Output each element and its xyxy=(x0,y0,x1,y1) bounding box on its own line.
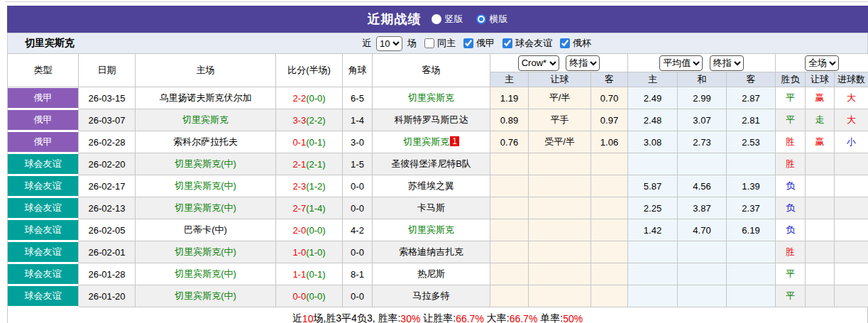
odds-handicap xyxy=(529,153,591,175)
average-group-header: 平均值 终指 xyxy=(628,54,776,72)
league2-checkbox[interactable] xyxy=(502,38,512,48)
score-cell: 2-3(1-2) xyxy=(276,175,343,197)
games-label: 场 xyxy=(407,37,417,50)
summary-part: 66.7% xyxy=(456,313,484,323)
summary-part: 50% xyxy=(563,313,583,323)
corner-cell: 4-2 xyxy=(343,219,373,241)
odds-away: 0.70 xyxy=(591,87,628,109)
away-team: 切里宾斯克 xyxy=(373,87,490,109)
match-count-select[interactable]: 10 xyxy=(376,36,402,51)
summary-part: 近 xyxy=(292,312,302,323)
corner-cell: 6-5 xyxy=(343,87,373,109)
league1-checkbox[interactable] xyxy=(463,38,473,48)
sub-header-let: 让球 xyxy=(806,72,835,87)
odds-home xyxy=(490,241,529,263)
league-badge-cell: 球会友谊 xyxy=(8,263,79,285)
radio-vertical-label: 竖版 xyxy=(445,13,463,26)
match-date: 26-03-15 xyxy=(79,87,136,109)
avg-draw: 2.73 xyxy=(678,131,727,153)
result-cell: 胜 xyxy=(776,131,806,153)
league-badge-cell: 俄甲 xyxy=(8,131,79,153)
away-team: 切里宾斯克1 xyxy=(373,131,490,153)
score-cell: 1-0(1-0) xyxy=(276,241,343,263)
away-team: 苏维埃之翼 xyxy=(373,175,490,197)
corner-cell: 8-1 xyxy=(343,263,373,285)
odds-home: 0.76 xyxy=(490,131,529,153)
handicap-result-cell xyxy=(806,197,835,219)
bookmaker-select[interactable]: Crow* xyxy=(518,55,559,71)
odds-home xyxy=(490,219,529,241)
home-team: 切里宾斯克(中) xyxy=(136,175,276,197)
result-cell: 平 xyxy=(776,285,806,307)
league-badge-cell: 球会友谊 xyxy=(8,241,79,263)
league3-checkbox[interactable] xyxy=(560,38,570,48)
avg-home xyxy=(628,285,678,307)
same-home-checkbox[interactable] xyxy=(424,38,434,48)
corner-cell: 1-5 xyxy=(343,153,373,175)
home-team: 切里宾斯克(中) xyxy=(136,197,276,219)
odds-away xyxy=(591,241,628,263)
handicap-result-cell xyxy=(806,241,835,263)
odds-away xyxy=(591,197,628,219)
table-row: 球会友谊26-02-17切里宾斯克(中)2-3(1-2)0-0苏维埃之翼5.87… xyxy=(8,175,868,197)
avg-home: 2.49 xyxy=(628,87,678,109)
league1-label: 俄甲 xyxy=(476,37,495,50)
match-date: 26-02-05 xyxy=(79,219,136,241)
avg-away: 2.37 xyxy=(727,197,776,219)
match-date: 26-02-13 xyxy=(79,197,136,219)
score-cell: 2-0(0-0) xyxy=(276,219,343,241)
score-cell: 2-1(2-1) xyxy=(276,153,343,175)
avg-draw: 4.70 xyxy=(678,219,727,241)
radio-horizontal-icon[interactable] xyxy=(476,14,486,24)
home-team: 切里宾斯克(中) xyxy=(136,241,276,263)
odds-home: 0.89 xyxy=(490,109,529,131)
table-row: 俄甲26-03-07切里宾斯克3-3(2-2)1-4科斯特罗马斯巴达0.89平手… xyxy=(8,109,868,131)
bookmaker-index-select[interactable]: 终指 xyxy=(566,55,600,71)
handicap-result-cell xyxy=(806,219,835,241)
match-date: 26-02-28 xyxy=(79,131,136,153)
result-cell: 负 xyxy=(776,197,806,219)
avg-away: 6.19 xyxy=(727,219,776,241)
avg-draw xyxy=(678,241,727,263)
away-team: 圣彼得堡泽尼特B队 xyxy=(373,153,490,175)
odds-home xyxy=(490,197,529,219)
league-badge-cell: 球会友谊 xyxy=(8,219,79,241)
league-badge: 球会友谊 xyxy=(8,154,78,174)
result-cell: 负 xyxy=(776,175,806,197)
radio-vertical-option[interactable]: 竖版 xyxy=(432,13,463,26)
avg-home: 2.48 xyxy=(628,109,678,131)
avg-away xyxy=(727,241,776,263)
odds-handicap: 受平/半 xyxy=(529,131,591,153)
scope-group-header: 全场 xyxy=(776,54,868,72)
table-row: 球会友谊26-02-13切里宾斯克(中)2-7(1-4)0-0卡马斯2.253.… xyxy=(8,197,868,219)
result-cell: 胜 xyxy=(776,241,806,263)
average-index-select[interactable]: 终指 xyxy=(710,55,744,71)
sub-header-avg-away: 客 xyxy=(727,72,776,87)
col-header-away: 客场 xyxy=(373,54,490,87)
corner-cell: 1-4 xyxy=(343,109,373,131)
radio-horizontal-option[interactable]: 横版 xyxy=(476,13,508,26)
table-row: 俄甲26-02-28索科尔萨拉托夫0-1(0-1)3-0切里宾斯克10.76受平… xyxy=(8,131,868,153)
avg-away: 2.81 xyxy=(727,109,776,131)
radio-vertical-icon[interactable] xyxy=(432,14,441,24)
result-cell: 胜 xyxy=(776,153,806,175)
score-cell: 2-7(1-4) xyxy=(276,197,343,219)
home-team: 切里宾斯克 xyxy=(136,109,276,131)
summary-part: 10 xyxy=(302,313,314,323)
summary-part: 单率: xyxy=(537,312,563,323)
scope-select[interactable]: 全场 xyxy=(805,55,839,71)
match-date: 26-02-01 xyxy=(79,241,136,263)
odds-handicap: 平/半 xyxy=(529,87,591,109)
goals-result-cell: 大 xyxy=(835,87,868,109)
corner-cell: 0-0 xyxy=(343,241,373,263)
odds-handicap xyxy=(529,197,591,219)
avg-away xyxy=(727,285,776,307)
odds-home xyxy=(490,175,529,197)
league-badge: 球会友谊 xyxy=(8,176,78,196)
bookmaker-group-header: Crow* 终指 xyxy=(490,54,628,72)
odds-home xyxy=(490,263,529,285)
corner-cell: 3-0 xyxy=(343,131,373,153)
avg-draw: 2.99 xyxy=(678,87,727,109)
average-select[interactable]: 平均值 xyxy=(659,55,703,71)
home-team: 切里宾斯克(中) xyxy=(136,153,276,175)
